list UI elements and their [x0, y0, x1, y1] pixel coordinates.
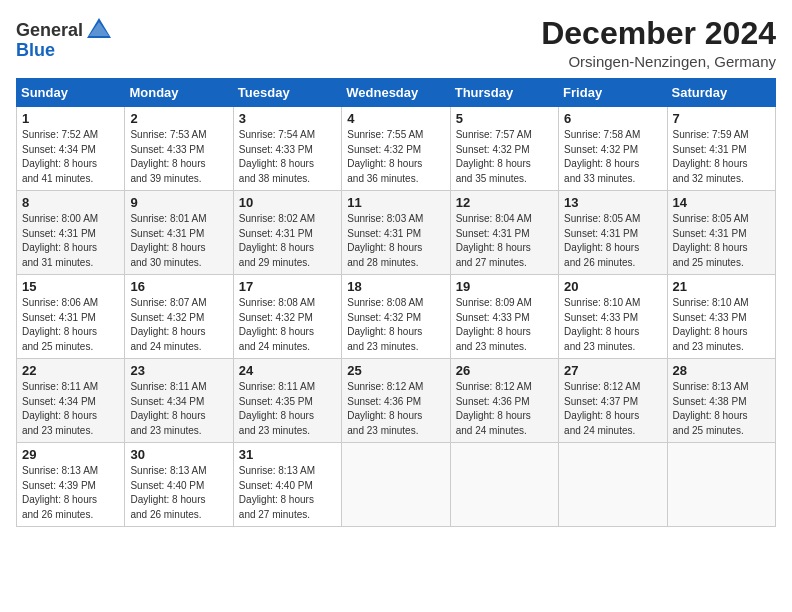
day-info: Sunrise: 8:13 AM Sunset: 4:39 PM Dayligh… [22, 464, 119, 522]
calendar-cell: 4Sunrise: 7:55 AM Sunset: 4:32 PM Daylig… [342, 107, 450, 191]
day-header-saturday: Saturday [667, 79, 775, 107]
calendar-cell [342, 443, 450, 527]
day-number: 21 [673, 279, 770, 294]
calendar-cell: 24Sunrise: 8:11 AM Sunset: 4:35 PM Dayli… [233, 359, 341, 443]
day-info: Sunrise: 8:11 AM Sunset: 4:34 PM Dayligh… [22, 380, 119, 438]
logo-general-text: General [16, 20, 83, 41]
day-info: Sunrise: 7:57 AM Sunset: 4:32 PM Dayligh… [456, 128, 553, 186]
day-info: Sunrise: 8:12 AM Sunset: 4:37 PM Dayligh… [564, 380, 661, 438]
day-info: Sunrise: 7:53 AM Sunset: 4:33 PM Dayligh… [130, 128, 227, 186]
day-number: 9 [130, 195, 227, 210]
day-number: 18 [347, 279, 444, 294]
day-info: Sunrise: 8:03 AM Sunset: 4:31 PM Dayligh… [347, 212, 444, 270]
day-header-thursday: Thursday [450, 79, 558, 107]
calendar-cell: 31Sunrise: 8:13 AM Sunset: 4:40 PM Dayli… [233, 443, 341, 527]
day-header-tuesday: Tuesday [233, 79, 341, 107]
calendar-cell: 6Sunrise: 7:58 AM Sunset: 4:32 PM Daylig… [559, 107, 667, 191]
day-info: Sunrise: 8:05 AM Sunset: 4:31 PM Dayligh… [673, 212, 770, 270]
calendar-cell: 16Sunrise: 8:07 AM Sunset: 4:32 PM Dayli… [125, 275, 233, 359]
calendar-cell: 18Sunrise: 8:08 AM Sunset: 4:32 PM Dayli… [342, 275, 450, 359]
calendar-cell: 2Sunrise: 7:53 AM Sunset: 4:33 PM Daylig… [125, 107, 233, 191]
day-info: Sunrise: 8:10 AM Sunset: 4:33 PM Dayligh… [673, 296, 770, 354]
calendar-cell: 9Sunrise: 8:01 AM Sunset: 4:31 PM Daylig… [125, 191, 233, 275]
day-info: Sunrise: 7:52 AM Sunset: 4:34 PM Dayligh… [22, 128, 119, 186]
day-info: Sunrise: 8:11 AM Sunset: 4:34 PM Dayligh… [130, 380, 227, 438]
day-number: 20 [564, 279, 661, 294]
svg-marker-1 [89, 22, 109, 36]
day-number: 6 [564, 111, 661, 126]
calendar-cell: 27Sunrise: 8:12 AM Sunset: 4:37 PM Dayli… [559, 359, 667, 443]
day-number: 23 [130, 363, 227, 378]
day-number: 17 [239, 279, 336, 294]
calendar-week-row: 29Sunrise: 8:13 AM Sunset: 4:39 PM Dayli… [17, 443, 776, 527]
calendar-cell: 7Sunrise: 7:59 AM Sunset: 4:31 PM Daylig… [667, 107, 775, 191]
calendar-cell [450, 443, 558, 527]
calendar-cell: 8Sunrise: 8:00 AM Sunset: 4:31 PM Daylig… [17, 191, 125, 275]
day-header-sunday: Sunday [17, 79, 125, 107]
day-header-monday: Monday [125, 79, 233, 107]
title-block: December 2024 Orsingen-Nenzingen, German… [541, 16, 776, 70]
calendar-cell: 15Sunrise: 8:06 AM Sunset: 4:31 PM Dayli… [17, 275, 125, 359]
day-number: 4 [347, 111, 444, 126]
day-info: Sunrise: 8:10 AM Sunset: 4:33 PM Dayligh… [564, 296, 661, 354]
day-number: 25 [347, 363, 444, 378]
calendar-cell: 13Sunrise: 8:05 AM Sunset: 4:31 PM Dayli… [559, 191, 667, 275]
day-number: 8 [22, 195, 119, 210]
day-number: 13 [564, 195, 661, 210]
calendar-cell: 26Sunrise: 8:12 AM Sunset: 4:36 PM Dayli… [450, 359, 558, 443]
day-number: 30 [130, 447, 227, 462]
calendar-cell: 23Sunrise: 8:11 AM Sunset: 4:34 PM Dayli… [125, 359, 233, 443]
day-info: Sunrise: 8:13 AM Sunset: 4:40 PM Dayligh… [130, 464, 227, 522]
calendar-cell: 25Sunrise: 8:12 AM Sunset: 4:36 PM Dayli… [342, 359, 450, 443]
day-number: 29 [22, 447, 119, 462]
day-info: Sunrise: 8:04 AM Sunset: 4:31 PM Dayligh… [456, 212, 553, 270]
day-number: 27 [564, 363, 661, 378]
day-number: 22 [22, 363, 119, 378]
day-info: Sunrise: 8:06 AM Sunset: 4:31 PM Dayligh… [22, 296, 119, 354]
calendar-cell: 17Sunrise: 8:08 AM Sunset: 4:32 PM Dayli… [233, 275, 341, 359]
calendar-header-row: SundayMondayTuesdayWednesdayThursdayFrid… [17, 79, 776, 107]
day-number: 3 [239, 111, 336, 126]
calendar-cell: 20Sunrise: 8:10 AM Sunset: 4:33 PM Dayli… [559, 275, 667, 359]
day-info: Sunrise: 8:13 AM Sunset: 4:40 PM Dayligh… [239, 464, 336, 522]
day-number: 2 [130, 111, 227, 126]
calendar-cell: 1Sunrise: 7:52 AM Sunset: 4:34 PM Daylig… [17, 107, 125, 191]
day-info: Sunrise: 8:02 AM Sunset: 4:31 PM Dayligh… [239, 212, 336, 270]
calendar-week-row: 8Sunrise: 8:00 AM Sunset: 4:31 PM Daylig… [17, 191, 776, 275]
logo-blue-text: Blue [16, 40, 55, 61]
calendar-cell: 22Sunrise: 8:11 AM Sunset: 4:34 PM Dayli… [17, 359, 125, 443]
calendar-cell: 28Sunrise: 8:13 AM Sunset: 4:38 PM Dayli… [667, 359, 775, 443]
day-number: 31 [239, 447, 336, 462]
calendar-cell: 29Sunrise: 8:13 AM Sunset: 4:39 PM Dayli… [17, 443, 125, 527]
calendar-table: SundayMondayTuesdayWednesdayThursdayFrid… [16, 78, 776, 527]
day-info: Sunrise: 8:13 AM Sunset: 4:38 PM Dayligh… [673, 380, 770, 438]
day-number: 1 [22, 111, 119, 126]
month-title: December 2024 [541, 16, 776, 51]
day-info: Sunrise: 8:09 AM Sunset: 4:33 PM Dayligh… [456, 296, 553, 354]
calendar-cell: 14Sunrise: 8:05 AM Sunset: 4:31 PM Dayli… [667, 191, 775, 275]
day-info: Sunrise: 8:12 AM Sunset: 4:36 PM Dayligh… [456, 380, 553, 438]
day-number: 19 [456, 279, 553, 294]
day-info: Sunrise: 8:08 AM Sunset: 4:32 PM Dayligh… [347, 296, 444, 354]
calendar-week-row: 22Sunrise: 8:11 AM Sunset: 4:34 PM Dayli… [17, 359, 776, 443]
day-info: Sunrise: 8:12 AM Sunset: 4:36 PM Dayligh… [347, 380, 444, 438]
day-number: 5 [456, 111, 553, 126]
day-number: 26 [456, 363, 553, 378]
calendar-week-row: 1Sunrise: 7:52 AM Sunset: 4:34 PM Daylig… [17, 107, 776, 191]
logo-icon [85, 16, 113, 44]
day-info: Sunrise: 8:07 AM Sunset: 4:32 PM Dayligh… [130, 296, 227, 354]
day-header-wednesday: Wednesday [342, 79, 450, 107]
day-number: 24 [239, 363, 336, 378]
day-info: Sunrise: 7:58 AM Sunset: 4:32 PM Dayligh… [564, 128, 661, 186]
day-number: 10 [239, 195, 336, 210]
day-number: 12 [456, 195, 553, 210]
calendar-cell: 19Sunrise: 8:09 AM Sunset: 4:33 PM Dayli… [450, 275, 558, 359]
logo: General Blue [16, 16, 113, 61]
day-info: Sunrise: 7:54 AM Sunset: 4:33 PM Dayligh… [239, 128, 336, 186]
calendar-cell: 12Sunrise: 8:04 AM Sunset: 4:31 PM Dayli… [450, 191, 558, 275]
day-number: 11 [347, 195, 444, 210]
day-number: 15 [22, 279, 119, 294]
calendar-cell: 30Sunrise: 8:13 AM Sunset: 4:40 PM Dayli… [125, 443, 233, 527]
day-info: Sunrise: 7:59 AM Sunset: 4:31 PM Dayligh… [673, 128, 770, 186]
day-info: Sunrise: 8:05 AM Sunset: 4:31 PM Dayligh… [564, 212, 661, 270]
